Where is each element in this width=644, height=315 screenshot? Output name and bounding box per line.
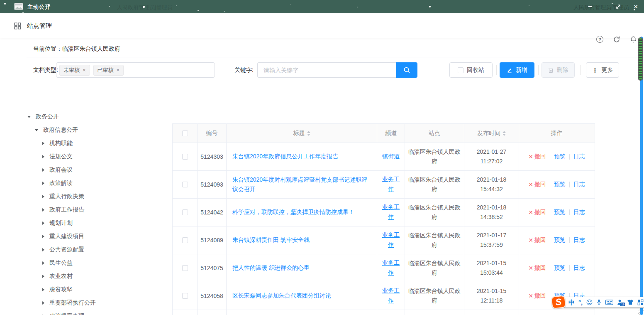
close-button[interactable]: ✕	[630, 0, 642, 13]
doc-title-link[interactable]: 朱台镇2020年政府信息公开工作年度报告	[232, 152, 338, 161]
tree-item-zhongdaxingzhengjuece[interactable]: 重大行政决策	[25, 190, 168, 203]
revoke-button[interactable]: ✕撤回	[528, 292, 546, 300]
tree-item-guihuajihua[interactable]: 规划计划	[25, 217, 168, 230]
tree-item-zhengcejiedu[interactable]: 政策解读	[25, 177, 168, 190]
caret-right-icon[interactable]	[42, 221, 44, 225]
ime-punctuation-icon[interactable]: °,	[578, 299, 583, 305]
tree-item-minshenggongyi[interactable]: 民生公益	[25, 256, 168, 270]
recycle-bin-button[interactable]: 回收站	[449, 62, 493, 78]
tree-item-zhongyaobushuzhixinggongkai[interactable]: 重要部署执行公开	[25, 296, 168, 310]
ime-toolbar: S 中 °,	[551, 296, 644, 308]
notifications-button[interactable]	[629, 35, 637, 43]
add-button[interactable]: 新增	[500, 62, 534, 78]
channel-link[interactable]: 业务工作	[381, 175, 400, 194]
row-checkbox[interactable]	[182, 293, 188, 299]
ime-language-mode[interactable]: 中	[568, 299, 575, 305]
log-button[interactable]: 日志	[573, 236, 585, 244]
sort-icon[interactable]	[307, 131, 310, 136]
sogou-logo-icon[interactable]: S	[551, 295, 566, 309]
channel-link[interactable]: 业务工作	[381, 258, 400, 278]
grid-menu-icon[interactable]	[14, 22, 21, 30]
select-all-checkbox[interactable]	[182, 130, 188, 136]
revoke-button[interactable]: ✕撤回	[528, 236, 546, 244]
caret-right-icon[interactable]	[42, 301, 44, 305]
tree-item-jigouzhineng[interactable]: 机构职能	[25, 137, 168, 150]
doc-title-link[interactable]: 区长宋磊同志参加朱台代表团分组讨论	[232, 291, 331, 300]
tree-item-nongyenongcun[interactable]: 农业农村	[25, 270, 168, 283]
revoke-button[interactable]: ✕撤回	[528, 209, 546, 216]
channel-link[interactable]: 业务工作	[381, 230, 400, 250]
search-button[interactable]	[396, 62, 417, 78]
recycle-bin-checkbox[interactable]	[458, 67, 463, 73]
help-button[interactable]: ?	[596, 35, 604, 43]
revoke-button[interactable]: ✕撤回	[528, 153, 546, 160]
more-button[interactable]: ⋮ 更多	[586, 62, 619, 78]
keyboard-icon[interactable]	[605, 300, 613, 305]
doc-title-link[interactable]: 朱台镇深耕责任田 筑牢安全线	[232, 235, 310, 245]
doc-title-link[interactable]: 朱台镇2020年度对村观摩点评暨村党支部书记述职评议会召开	[232, 175, 371, 194]
doc-type-select[interactable]: 未审核 × 已审核 ×	[56, 62, 215, 78]
delete-button[interactable]: 删除	[542, 62, 575, 78]
account-icon[interactable]: 19	[617, 299, 623, 305]
preview-button[interactable]: 预览	[554, 264, 566, 272]
row-checkbox[interactable]	[182, 154, 188, 160]
log-button[interactable]: 日志	[573, 209, 585, 216]
revoke-button[interactable]: ✕撤回	[528, 181, 546, 188]
revoke-button[interactable]: ✕撤回	[528, 264, 546, 272]
row-checkbox[interactable]	[182, 182, 188, 187]
keyword-input[interactable]	[257, 62, 396, 78]
channel-link[interactable]: 业务工作	[381, 286, 400, 306]
emoji-icon[interactable]	[586, 299, 593, 305]
col-header-time[interactable]: 发布时间	[464, 124, 519, 143]
preview-button[interactable]: 预览	[554, 153, 566, 160]
doc-title-link[interactable]: 科学应对，联防联控，坚决捍卫疫情防控成果！	[232, 207, 354, 217]
microphone-icon[interactable]	[596, 299, 602, 305]
tree-item-zhongdajianshexiangmu[interactable]: 重大建设项目	[25, 230, 168, 243]
vertical-scrollbar-thumb[interactable]	[638, 37, 643, 81]
preview-button[interactable]: 预览	[554, 209, 566, 216]
caret-right-icon[interactable]	[42, 288, 44, 291]
tree-item-zhengfuxinxigongkai[interactable]: 政府信息公开	[25, 123, 168, 137]
tag-close-icon[interactable]: ×	[117, 67, 120, 73]
tag-close-icon[interactable]: ×	[83, 67, 86, 73]
preview-button[interactable]: 预览	[554, 181, 566, 188]
channel-link[interactable]: 镇街道	[381, 152, 400, 162]
caret-down-icon[interactable]	[35, 129, 38, 131]
table-header-row: 编号 标题 频道 站点 发布时间 操作	[173, 124, 595, 143]
row-checkbox[interactable]	[182, 209, 188, 215]
tree-item-jianyitianbanli[interactable]: 建议提案办理	[25, 310, 168, 315]
tree-item-faguigongwen[interactable]: 法规公文	[25, 150, 168, 163]
table-row: 5124058 区长宋磊同志参加朱台代表团分组讨论 业务工作 临淄区朱台镇人民政…	[173, 282, 595, 310]
col-header-title[interactable]: 标题	[227, 124, 377, 143]
refresh-button[interactable]	[612, 35, 620, 43]
row-checkbox[interactable]	[182, 237, 188, 243]
tree-item-gonggongziyuanpeizhi[interactable]: 公共资源配置	[25, 243, 168, 256]
caret-right-icon[interactable]	[42, 248, 44, 251]
caret-right-icon[interactable]	[42, 275, 44, 278]
tree-item-zhengwugongkai[interactable]: 政务公开	[25, 110, 168, 123]
tree-item-zhengfuhuiyi[interactable]: 政府会议	[25, 163, 168, 177]
channel-link[interactable]: 业务工作	[381, 202, 400, 222]
toolbox-grid-icon[interactable]	[637, 299, 644, 305]
tree-item-zhengfugongzuobaogao[interactable]: 政府工作报告	[25, 203, 168, 217]
maximize-button[interactable]	[612, 0, 624, 13]
log-button[interactable]: 日志	[573, 264, 585, 272]
minimize-button[interactable]: −	[584, 0, 596, 13]
preview-button[interactable]: 预览	[554, 236, 566, 244]
tree-item-tuopingongjian[interactable]: 脱贫攻坚	[25, 283, 168, 296]
doc-title-link[interactable]: 把人性的温暖 织进群众的心里	[232, 263, 310, 273]
sort-icon[interactable]	[503, 131, 506, 136]
caret-right-icon[interactable]	[42, 182, 44, 185]
caret-right-icon[interactable]	[42, 142, 44, 145]
log-button[interactable]: 日志	[573, 181, 585, 188]
skin-tshirt-icon[interactable]	[627, 299, 634, 305]
caret-right-icon[interactable]	[42, 261, 44, 265]
caret-right-icon[interactable]	[42, 155, 44, 158]
caret-right-icon[interactable]	[42, 168, 44, 172]
caret-down-icon[interactable]	[27, 116, 31, 118]
caret-right-icon[interactable]	[42, 195, 44, 198]
caret-right-icon[interactable]	[42, 235, 44, 238]
log-button[interactable]: 日志	[573, 153, 585, 160]
caret-right-icon[interactable]	[42, 208, 44, 212]
row-checkbox[interactable]	[182, 265, 188, 271]
